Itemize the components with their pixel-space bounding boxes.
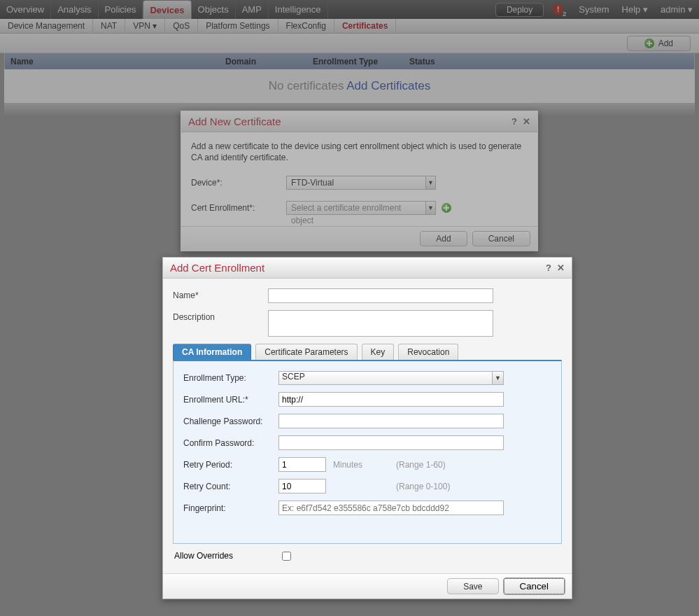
enrollment-type-value: SCEP <box>278 371 493 385</box>
cert-enrollment-label: Cert Enrollment*: <box>191 203 286 213</box>
close-icon[interactable]: ✕ <box>557 262 565 273</box>
description-label: Description <box>173 310 268 337</box>
retry-count-label: Retry Count: <box>183 482 278 491</box>
fingerprint-input[interactable] <box>278 500 504 515</box>
modal1-title: Add New Certificate <box>188 115 281 127</box>
cert-enrollment-select[interactable]: Select a certificate enrollment object ▼ <box>286 201 436 215</box>
challenge-password-label: Challenge Password: <box>183 416 278 426</box>
retry-period-unit: Minutes <box>333 460 389 470</box>
cert-enrollment-placeholder: Select a certificate enrollment object <box>286 201 426 215</box>
tab-certificate-parameters[interactable]: Certificate Parameters <box>255 344 357 360</box>
retry-count-range: (Range 0-100) <box>396 482 450 491</box>
close-icon[interactable]: ✕ <box>523 116 530 127</box>
help-icon[interactable]: ? <box>511 116 517 127</box>
add-cert-enrollment-dialog: Add Cert Enrollment ? ✕ Name* Descriptio… <box>162 257 572 599</box>
allow-overrides-checkbox[interactable] <box>282 552 291 561</box>
tab-ca-information[interactable]: CA Information <box>173 344 251 360</box>
modal1-cancel-button[interactable]: Cancel <box>472 231 530 246</box>
retry-period-label: Retry Period: <box>183 460 278 470</box>
retry-period-range: (Range 1-60) <box>396 460 446 470</box>
modal2-title: Add Cert Enrollment <box>170 262 264 274</box>
confirm-password-label: Confirm Password: <box>183 438 278 448</box>
enrollment-url-input[interactable] <box>278 392 504 407</box>
name-label: Name* <box>173 288 268 303</box>
device-value: FTD-Virtual <box>286 176 426 190</box>
retry-period-input[interactable] <box>278 457 326 472</box>
add-new-certificate-dialog: Add New Certificate ? ✕ Add a new certif… <box>181 111 538 251</box>
enrollment-type-label: Enrollment Type: <box>183 373 278 383</box>
allow-overrides-label: Allow Overrides <box>174 551 233 561</box>
enrollment-url-label: Enrollment URL:* <box>183 395 278 405</box>
save-button[interactable]: Save <box>447 578 498 594</box>
add-cert-enrollment-icon[interactable] <box>442 203 451 213</box>
description-input[interactable] <box>268 310 493 337</box>
device-label: Device*: <box>191 178 286 188</box>
device-select[interactable]: FTD-Virtual ▼ <box>286 176 436 190</box>
chevron-down-icon[interactable]: ▼ <box>493 371 504 385</box>
modal1-add-button[interactable]: Add <box>420 231 467 246</box>
retry-count-input[interactable] <box>278 479 326 493</box>
modal1-description: Add a new certificate to the device usin… <box>191 141 528 163</box>
enrollment-type-select[interactable]: SCEP ▼ <box>278 371 504 385</box>
cert-tabs: CA Information Certificate Parameters Ke… <box>173 344 562 360</box>
tab-key[interactable]: Key <box>362 344 395 360</box>
name-input[interactable] <box>268 288 493 303</box>
fingerprint-label: Fingerprint: <box>183 503 278 513</box>
challenge-password-input[interactable] <box>278 414 504 428</box>
confirm-password-input[interactable] <box>278 435 504 450</box>
chevron-down-icon[interactable]: ▼ <box>426 176 436 190</box>
ca-information-panel: Enrollment Type: SCEP ▼ Enrollment URL:*… <box>173 360 562 544</box>
chevron-down-icon[interactable]: ▼ <box>426 201 436 215</box>
tab-revocation[interactable]: Revocation <box>398 344 458 360</box>
cancel-button[interactable]: Cancel <box>504 578 565 594</box>
help-icon[interactable]: ? <box>546 262 551 273</box>
